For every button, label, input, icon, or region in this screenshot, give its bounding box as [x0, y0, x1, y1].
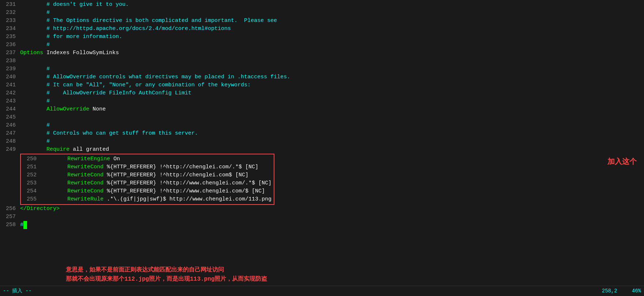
- line-num-234: 234: [0, 25, 20, 33]
- line-252: 252 RewriteCond %{HTTP_REFERER} !^http:/…: [21, 171, 272, 179]
- status-position: 258,2: [602, 287, 617, 295]
- status-right: 258,2 46%: [602, 287, 641, 295]
- line-232: 232 #: [0, 9, 644, 17]
- status-bar: -- 插入 -- 258,2 46%: [0, 286, 644, 296]
- line-243: 243 #: [0, 97, 644, 105]
- line-250: 250 RewriteEngine On: [21, 155, 272, 163]
- line-248: 248 #: [0, 138, 644, 146]
- line-content-236: #: [20, 41, 644, 49]
- line-256: 256 </Directory>: [0, 205, 644, 213]
- line-content-235: # for more information.: [20, 33, 644, 41]
- line-num-232: 232: [0, 9, 20, 17]
- line-240: 240 # AllowOverride controls what direct…: [0, 73, 644, 81]
- line-content-237: Options Indexes FollowSymLinks: [20, 49, 644, 57]
- line-255: 255 RewriteRule .*\.(gif|jpg|swf)$ http:…: [21, 195, 272, 203]
- line-249: 249 Require all granted: [0, 146, 644, 154]
- line-253: 253 RewriteCond %{HTTP_REFERER} !^http:/…: [21, 179, 272, 187]
- line-257: 257: [0, 213, 644, 221]
- line-num-233: 233: [0, 17, 20, 25]
- line-247: 247 # Controls who can get stuff from th…: [0, 130, 644, 138]
- line-content-233: # The Options directive is both complica…: [20, 17, 644, 25]
- line-237: 237 Options Indexes FollowSymLinks: [0, 49, 644, 57]
- line-258: 258 #: [0, 221, 644, 229]
- line-num-236: 236: [0, 41, 20, 49]
- line-content-232: #: [20, 9, 644, 17]
- line-content-231: # doesn't give it to you.: [20, 1, 644, 9]
- line-233: 233 # The Options directive is both comp…: [0, 17, 644, 25]
- status-percent: 46%: [632, 287, 641, 295]
- line-238: 238: [0, 57, 644, 65]
- annotation-line2: 那就不会出现原来那个112.jpg照片，而是出现113.png照片，从而实现防盗: [66, 275, 641, 284]
- status-mode: -- 插入 --: [3, 287, 599, 295]
- rewrite-section: 250 RewriteEngine On 251 RewriteCond %{H…: [0, 154, 644, 205]
- line-num-231: 231: [0, 1, 20, 9]
- line-245: 245: [0, 113, 644, 121]
- line-num-238: 238: [0, 57, 20, 65]
- line-241: 241 # It can be "All", "None", or any co…: [0, 81, 644, 89]
- line-239: 239 #: [0, 65, 644, 73]
- line-251: 251 RewriteCond %{HTTP_REFERER} !^http:/…: [21, 163, 272, 171]
- line-235: 235 # for more information.: [0, 33, 644, 41]
- line-num-235: 235: [0, 33, 20, 41]
- line-236: 236 #: [0, 41, 644, 49]
- annotation-line1: 意思是，如果不是前面正则表达式能匹配出来的自己网址访问: [66, 266, 641, 275]
- cursor: [23, 221, 27, 229]
- line-231: 231 # doesn't give it to you.: [0, 1, 644, 9]
- code-area: 231 # doesn't give it to you. 232 # 233 …: [0, 0, 644, 264]
- editor-container: 231 # doesn't give it to you. 232 # 233 …: [0, 0, 644, 296]
- line-content-234: # http://httpd.apache.org/docs/2.4/mod/c…: [20, 25, 644, 33]
- line-244: 244 AllowOverride None: [0, 105, 644, 113]
- line-246: 246 #: [0, 121, 644, 130]
- bottom-annotation: 意思是，如果不是前面正则表达式能匹配出来的自己网址访问 那就不会出现原来那个11…: [0, 264, 644, 286]
- line-234: 234 # http://httpd.apache.org/docs/2.4/m…: [0, 25, 644, 33]
- line-242: 242 # AllowOverride FileInfo AuthConfig …: [0, 89, 644, 97]
- rewrite-annotation: 加入这个: [607, 157, 637, 167]
- line-num-237: 237: [0, 49, 20, 57]
- line-254: 254 RewriteCond %{HTTP_REFERER} !^http:/…: [21, 187, 272, 195]
